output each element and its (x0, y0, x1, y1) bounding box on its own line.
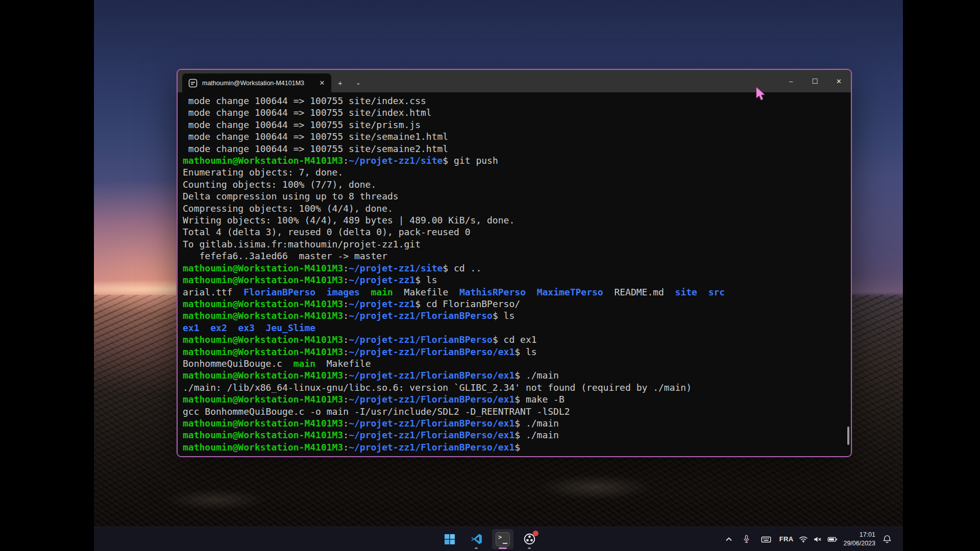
language-indicator[interactable]: FRA (776, 529, 797, 549)
chevron-up-icon (725, 535, 733, 543)
clock[interactable]: 17:01 29/06/2023 (840, 529, 878, 549)
tray-chevron-button[interactable] (720, 529, 738, 549)
terminal-line: fefefa6..3a1ed66 master -> master (183, 250, 851, 262)
taskbar-app-icons: > (439, 527, 540, 551)
battery-icon (827, 534, 838, 545)
terminal-line: gcc BonhommeQuiBouge.c -o main -I/usr/in… (183, 406, 851, 417)
terminal-line: Writing objects: 100% (4/4), 489 bytes |… (183, 214, 851, 226)
quick-settings-cluster[interactable] (796, 529, 840, 549)
windows-logo-icon (444, 533, 456, 545)
terminal-line: mode change 100644 => 100755 site/prism.… (183, 119, 851, 131)
tab-dropdown-button[interactable]: ⌄ (349, 73, 368, 92)
terminal-line: mathoumin@Workstation-M4101M3:~/projet-z… (183, 310, 851, 321)
notification-bell-icon (882, 534, 892, 544)
wifi-tray-item (796, 529, 811, 549)
terminal-titlebar[interactable]: mathoumin@Workstation-M4101M3 ✕ + ⌄ – ☐ … (178, 70, 851, 92)
terminal-window: mathoumin@Workstation-M4101M3 ✕ + ⌄ – ☐ … (177, 69, 852, 457)
terminal-line: mode change 100644 => 100755 site/index.… (183, 95, 851, 107)
terminal-scrollbar-thumb[interactable] (847, 427, 849, 445)
terminal-lines: mode change 100644 => 100755 site/index.… (183, 95, 851, 453)
new-tab-button[interactable]: + (331, 73, 349, 92)
terminal-line: mathoumin@Workstation-M4101M3:~/projet-z… (183, 334, 851, 345)
terminal-line: Compressing objects: 100% (4/4), done. (183, 203, 851, 214)
terminal-line: mathoumin@Workstation-M4101M3:~/projet-z… (183, 155, 851, 166)
terminal-line: mathoumin@Workstation-M4101M3:~/projet-z… (183, 298, 851, 310)
microphone-tray-button[interactable] (738, 529, 756, 549)
terminal-line: Enumerating objects: 7, done. (183, 166, 851, 178)
terminal-line: Total 4 (delta 3), reused 0 (delta 0), p… (183, 226, 851, 238)
vscode-taskbar-button[interactable] (465, 529, 487, 549)
clock-time: 17:01 (843, 531, 875, 539)
terminal-line: mathoumin@Workstation-M4101M3:~/projet-z… (183, 441, 851, 453)
terminal-taskbar-button[interactable]: > (492, 529, 513, 549)
mouse-cursor (755, 87, 767, 102)
tab-close-icon[interactable]: ✕ (317, 78, 327, 88)
obs-taskbar-button[interactable] (519, 529, 540, 549)
clock-date: 29/06/2023 (843, 539, 875, 547)
vscode-icon (470, 533, 483, 545)
terminal-line: BonhommeQuiBouge.c main Makefile (183, 358, 851, 369)
terminal-line: mathoumin@Workstation-M4101M3:~/projet-z… (183, 274, 851, 286)
screen: { "colors":{"terminal_fg":"#cccccc","ter… (0, 0, 980, 551)
tab-terminal-icon (188, 79, 198, 88)
wifi-icon (798, 534, 808, 544)
taskbar: > (94, 527, 903, 551)
minimize-button[interactable]: – (779, 70, 803, 92)
windows-terminal-icon: > (496, 532, 510, 546)
vscode-running-indicator (475, 547, 478, 549)
terminal-output[interactable]: mode change 100644 => 100755 site/index.… (178, 92, 851, 456)
terminal-line: mode change 100644 => 100755 site/semain… (183, 131, 851, 142)
terminal-line: ./main: /lib/x86_64-linux-gnu/libc.so.6:… (183, 382, 851, 393)
microphone-icon (742, 534, 751, 544)
terminal-line: Delta compression using up to 8 threads (183, 190, 851, 202)
terminal-line: mathoumin@Workstation-M4101M3:~/projet-z… (183, 417, 851, 429)
terminal-line: mode change 100644 => 100755 site/index.… (183, 107, 851, 118)
terminal-line: ex1 ex2 ex3 Jeu_Slime (183, 322, 851, 334)
touch-keyboard-button[interactable] (756, 529, 776, 549)
obs-recording-badge (533, 531, 538, 536)
battery-tray-item (825, 529, 840, 549)
terminal-tab[interactable]: mathoumin@Workstation-M4101M3 ✕ (182, 73, 331, 92)
terminal-line: Counting objects: 100% (7/7), done. (183, 179, 851, 190)
terminal-line: mathoumin@Workstation-M4101M3:~/projet-z… (183, 262, 851, 274)
speaker-muted-icon (813, 534, 823, 544)
obs-running-indicator (528, 547, 531, 549)
volume-tray-item (811, 529, 825, 549)
terminal-line: arial.ttf FlorianBPerso images main Make… (183, 286, 851, 298)
system-tray: FRA (720, 527, 896, 551)
terminal-line: mode change 100644 => 100755 site/semain… (183, 143, 851, 155)
notifications-button[interactable] (878, 529, 896, 549)
tab-title: mathoumin@Workstation-M4101M3 (202, 80, 317, 87)
terminal-line: To gitlab.isima.fr:mathoumin/projet-zz1.… (183, 238, 851, 250)
maximize-button[interactable]: ☐ (803, 70, 827, 92)
terminal-active-indicator (499, 547, 507, 549)
terminal-line: mathoumin@Workstation-M4101M3:~/projet-z… (183, 346, 851, 358)
window-controls: – ☐ ✕ (779, 70, 851, 92)
start-button[interactable] (439, 529, 460, 549)
terminal-line: mathoumin@Workstation-M4101M3:~/projet-z… (183, 369, 851, 381)
terminal-line: mathoumin@Workstation-M4101M3:~/projet-z… (183, 393, 851, 405)
close-button[interactable]: ✕ (827, 70, 851, 92)
terminal-line: mathoumin@Workstation-M4101M3:~/projet-z… (183, 429, 851, 441)
keyboard-icon (761, 534, 772, 545)
